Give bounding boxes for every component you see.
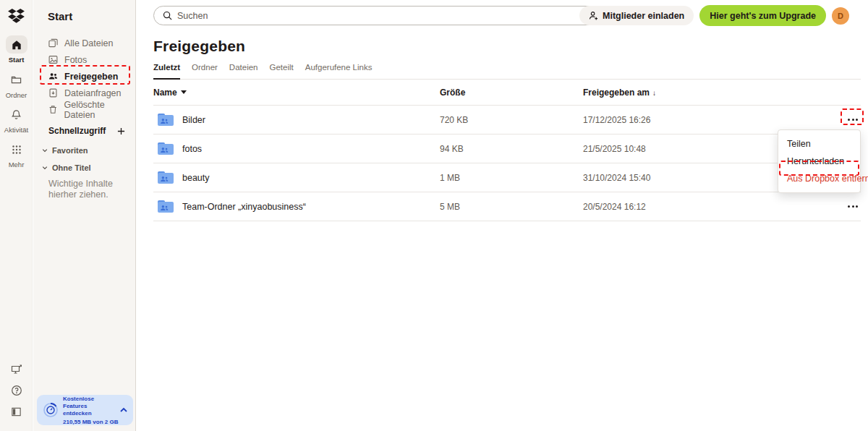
upgrade-button[interactable]: Hier geht's zum Upgrade: [699, 5, 826, 26]
tab-dateien[interactable]: Dateien: [229, 63, 258, 79]
sidebar: Start Alle Dateien Fotos Freigegeben Dat…: [33, 0, 136, 431]
bell-icon: [11, 109, 22, 120]
row-size: 720 KB: [440, 115, 583, 125]
section-favoriten[interactable]: Favoriten: [42, 146, 88, 155]
rail-label: Ordner: [6, 91, 27, 99]
context-menu: Teilen Herunterladen Aus Dropbox entfern…: [778, 129, 861, 193]
search-icon: [163, 11, 172, 20]
sidebar-item-freigegeben[interactable]: Freigegeben: [33, 68, 135, 85]
folder-icon: [11, 74, 22, 85]
file-request-icon: [48, 88, 58, 98]
table-header-row: Name Größe Freigegeben am↓: [153, 80, 861, 106]
shared-folder-icon: [158, 142, 174, 155]
home-icon: [12, 40, 22, 50]
quick-access-header[interactable]: Schnellzugriff: [48, 126, 125, 136]
rail-item-aktivitaet[interactable]: Aktivität: [0, 106, 33, 134]
chevron-down-icon: [42, 148, 48, 153]
row-name[interactable]: Team-Ordner „xinyaobusiness“: [182, 202, 306, 212]
rail-label: Aktivität: [4, 126, 28, 134]
sidebar-nav-list: Alle Dateien Fotos Freigegeben Dateianfr…: [33, 35, 135, 118]
avatar[interactable]: D: [832, 7, 849, 25]
section-label: Favoriten: [52, 146, 88, 155]
shared-items-table: Name Größe Freigegeben am↓ Bilder 720 KB…: [153, 80, 861, 221]
tab-ordner[interactable]: Ordner: [192, 63, 218, 79]
row-name[interactable]: Bilder: [182, 115, 205, 125]
sidebar-title: Start: [48, 10, 72, 22]
empty-section-hint: Wichtige Inhalte hierher ziehen.: [48, 179, 117, 200]
search-input[interactable]: [177, 11, 628, 21]
menu-item-aus-dropbox-entfernen[interactable]: Aus Dropbox entfernen: [778, 170, 860, 187]
shared-folder-icon: [158, 114, 174, 126]
table-row[interactable]: Bilder 720 KB 17/12/2025 16:26: [153, 106, 861, 135]
more-options-icon[interactable]: [841, 205, 861, 208]
storage-usage: 210,55 MB von 2 GB: [63, 419, 119, 425]
sidebar-item-geloeschte-dateien[interactable]: Gelöschte Dateien: [33, 101, 135, 118]
table-row[interactable]: Team-Ordner „xinyaobusiness“ 5 MB 20/5/2…: [153, 192, 861, 221]
desktop-app-button[interactable]: [0, 364, 33, 375]
rail-label: Mehr: [9, 161, 25, 168]
invite-members-label: Mitglieder einladen: [603, 11, 684, 21]
dropbox-logo[interactable]: [8, 9, 25, 23]
icon-rail: Start Ordner Aktivität Mehr: [0, 0, 33, 431]
table-row[interactable]: fotos 94 KB 21/5/2025 10:48: [153, 135, 861, 163]
chevron-up-icon[interactable]: [119, 406, 128, 414]
page-title: Freigegeben: [153, 38, 245, 55]
tab-bar: Zuletzt Ordner Dateien Geteilt Aufgerufe…: [153, 63, 861, 80]
row-name[interactable]: fotos: [182, 144, 202, 154]
storage-gauge-icon: [43, 402, 59, 418]
tab-geteilt[interactable]: Geteilt: [270, 63, 294, 79]
trash-icon: [48, 105, 57, 114]
tab-zuletzt[interactable]: Zuletzt: [153, 63, 180, 79]
rail-label: Start: [9, 56, 25, 64]
help-button[interactable]: [0, 385, 33, 396]
chevron-down-icon: [42, 165, 48, 171]
desktop-app-icon: [11, 364, 22, 375]
sidebar-panel-icon: [11, 406, 22, 417]
help-icon: [11, 385, 22, 396]
all-files-icon: [48, 38, 58, 48]
sort-caret-icon: [181, 90, 187, 94]
row-size: 5 MB: [440, 202, 583, 212]
row-shared-date: 20/5/2024 16:12: [583, 202, 841, 212]
person-plus-icon: [589, 11, 598, 20]
sidebar-item-fotos[interactable]: Fotos: [33, 51, 135, 68]
sidebar-item-label: Dateianfragen: [64, 88, 122, 98]
shared-folder-icon: [158, 171, 174, 184]
column-header-size[interactable]: Größe: [440, 88, 583, 98]
sort-desc-icon: ↓: [652, 89, 656, 97]
section-ohne-titel[interactable]: Ohne Titel: [42, 163, 91, 172]
table-row[interactable]: beauty 1 MB 31/10/2024 15:40: [153, 163, 861, 192]
collapse-sidebar-button[interactable]: [0, 406, 33, 417]
column-header-name[interactable]: Name: [153, 88, 440, 98]
promo-title: Kostenlose Features entdecken: [63, 396, 115, 417]
more-options-icon[interactable]: [841, 119, 861, 121]
sidebar-item-label: Alle Dateien: [64, 38, 113, 48]
column-header-shared-am[interactable]: Freigegeben am↓: [583, 88, 841, 98]
sidebar-item-label: Freigegeben: [64, 72, 118, 82]
row-size: 1 MB: [440, 173, 583, 183]
rail-item-start[interactable]: Start: [0, 35, 33, 64]
sidebar-item-alle-dateien[interactable]: Alle Dateien: [33, 35, 135, 51]
row-shared-date: 17/12/2025 16:26: [583, 115, 841, 125]
sidebar-item-label: Fotos: [64, 55, 87, 65]
grid-dots-icon: [12, 145, 22, 155]
sidebar-item-label: Gelöschte Dateien: [64, 100, 135, 120]
section-label: Ohne Titel: [52, 163, 91, 172]
tab-aufgerufene-links[interactable]: Aufgerufene Links: [305, 63, 373, 79]
search-bar[interactable]: [153, 6, 629, 25]
shared-folder-icon: [158, 200, 174, 213]
rail-item-ordner[interactable]: Ordner: [0, 71, 33, 99]
plus-icon[interactable]: [117, 127, 125, 135]
menu-item-herunterladen[interactable]: Herunterladen: [778, 153, 860, 170]
rail-item-mehr[interactable]: Mehr: [0, 140, 33, 168]
main-content: Mitglieder einladen Hier geht's zum Upgr…: [137, 0, 868, 431]
quick-access-label: Schnellzugriff: [48, 126, 106, 136]
photos-icon: [48, 55, 58, 64]
menu-item-teilen[interactable]: Teilen: [778, 135, 860, 153]
shared-people-icon: [48, 72, 58, 81]
upgrade-label: Hier geht's zum Upgrade: [710, 11, 816, 21]
invite-members-button[interactable]: Mitglieder einladen: [579, 6, 694, 25]
row-size: 94 KB: [440, 144, 583, 154]
row-name[interactable]: beauty: [182, 173, 210, 183]
storage-promo-card[interactable]: Kostenlose Features entdecken 210,55 MB …: [37, 395, 133, 425]
